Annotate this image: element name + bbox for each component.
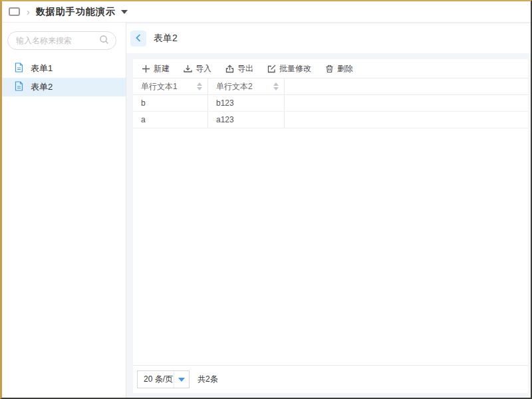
page-size-value: 20 条/页 — [138, 374, 174, 385]
form-list: 表单1 表单2 — [2, 59, 126, 96]
chevron-down-icon — [178, 378, 185, 382]
pagination: 20 条/页 共2条 — [133, 365, 528, 393]
back-button[interactable] — [130, 31, 146, 47]
table-cell: a — [133, 112, 208, 128]
export-button[interactable]: 导出 — [225, 63, 253, 74]
batch-edit-button[interactable]: 批量修改 — [267, 63, 311, 74]
main-area: 表单2 新建 — [126, 23, 531, 398]
topbar: › 数据助手功能演示 — [2, 1, 531, 23]
app-title-dropdown[interactable]: 数据助手功能演示 — [36, 6, 128, 18]
sort-icon[interactable] — [197, 82, 202, 90]
table-row[interactable]: b b123 — [133, 95, 528, 112]
button-label: 新建 — [154, 63, 170, 74]
button-label: 导入 — [196, 63, 211, 74]
column-header — [285, 78, 528, 94]
breadcrumb-chevron-icon: › — [27, 7, 30, 17]
search-icon — [99, 35, 109, 47]
new-button[interactable]: 新建 — [142, 63, 170, 74]
sidebar-item-form1[interactable]: 表单1 — [2, 59, 126, 78]
main-header: 表单2 — [126, 24, 531, 53]
select-caret-box — [174, 371, 189, 388]
data-table: 单行文本1 单行文本2 b b123 — [133, 78, 528, 128]
table-cell: b123 — [208, 95, 285, 111]
total-count: 共2条 — [198, 374, 218, 385]
trash-icon — [325, 65, 334, 73]
document-icon — [15, 63, 23, 74]
table-row[interactable]: a a123 — [133, 112, 528, 128]
sidebar-item-form2[interactable]: 表单2 — [2, 78, 126, 96]
app-title: 数据助手功能演示 — [36, 6, 116, 18]
chevron-down-icon — [121, 10, 128, 14]
sidebar-item-label: 表单2 — [31, 81, 53, 93]
page-size-select[interactable]: 20 条/页 — [137, 370, 190, 388]
page-title: 表单2 — [154, 33, 178, 45]
search-input[interactable] — [16, 36, 99, 45]
table-cell: b — [133, 95, 208, 111]
column-header: 单行文本1 — [133, 78, 208, 94]
edit-icon — [267, 65, 276, 73]
table-cell — [285, 112, 528, 128]
window-frame: › 数据助手功能演示 — [0, 0, 532, 399]
sort-icon[interactable] — [273, 82, 279, 90]
column-label: 单行文本1 — [141, 81, 178, 92]
button-label: 删除 — [337, 63, 353, 74]
import-button[interactable]: 导入 — [184, 63, 211, 74]
document-icon — [15, 81, 23, 93]
export-icon — [225, 65, 234, 73]
plus-icon — [142, 65, 150, 73]
button-label: 批量修改 — [279, 63, 311, 74]
monitor-icon — [9, 7, 20, 16]
table-header-row: 单行文本1 单行文本2 — [133, 78, 528, 95]
sidebar: 表单1 表单2 — [2, 23, 126, 398]
table-cell — [285, 95, 528, 111]
delete-button[interactable]: 删除 — [325, 63, 353, 74]
column-label: 单行文本2 — [216, 81, 253, 92]
search-box — [7, 31, 116, 50]
chevron-left-icon — [134, 33, 142, 45]
import-icon — [184, 65, 192, 73]
empty-space — [133, 128, 528, 365]
toolbar: 新建 导入 — [133, 59, 528, 78]
content-panel: 新建 导入 — [133, 59, 528, 393]
sidebar-item-label: 表单1 — [31, 63, 53, 74]
table-cell: a123 — [208, 112, 285, 128]
button-label: 导出 — [237, 63, 253, 74]
column-header: 单行文本2 — [208, 78, 285, 94]
